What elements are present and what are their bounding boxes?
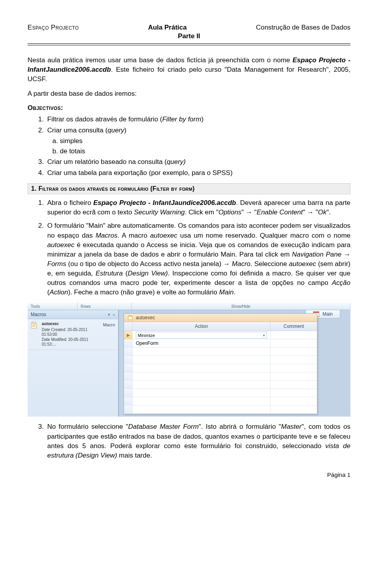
nav-pane-header[interactable]: Macros ▾ «: [28, 310, 118, 319]
row-selector[interactable]: [124, 339, 133, 347]
row-selector-icon[interactable]: ▶: [124, 331, 133, 339]
step-2-em6: Macro: [232, 260, 250, 268]
comment-cell-2[interactable]: [271, 339, 317, 347]
grid-corner[interactable]: [124, 322, 133, 331]
step-1-e: " → ": [303, 208, 318, 216]
step-2-em4: Navigation Pane: [292, 251, 341, 258]
macro-row-empty[interactable]: [124, 381, 317, 389]
objective-1-b: ): [201, 115, 204, 123]
step-2-em3: autoexec: [47, 241, 74, 249]
step-2-em12: Main: [219, 288, 234, 296]
objective-2b: de totais: [60, 146, 350, 156]
macro-row-empty[interactable]: [124, 364, 317, 372]
step-2-e: →: [341, 251, 350, 258]
step-2-em11: Action: [50, 288, 68, 296]
objective-2-b: ): [124, 127, 127, 134]
step-2-l: ). Feche a macro (não grave) e volte ao …: [68, 288, 219, 296]
mdi-area: Main autoexec Action: [119, 310, 350, 417]
objective-3-a: Criar um relatório baseado na consulta (: [47, 158, 167, 166]
macro-row-empty[interactable]: [124, 356, 317, 364]
action-cell-1[interactable]: Minimize ▾: [133, 331, 271, 339]
macro-row-empty[interactable]: [124, 372, 317, 381]
macro-design-window[interactable]: autoexec Action Comment ▶ Minimize ▾: [124, 313, 317, 414]
objective-4: Criar uma tabela para exportação (por ex…: [46, 168, 350, 178]
action-cell-2[interactable]: OpenForm: [133, 339, 271, 347]
step-2-em9: Design View): [128, 270, 168, 277]
header-center-line1: Aula Prática: [148, 24, 187, 32]
nav-item-date-modified: Date Modified: 20-05-2011 01:53:...: [42, 337, 100, 347]
step-2-em10: Acção: [332, 279, 350, 287]
nav-item-title: autoexec: [42, 322, 100, 327]
intro-p1-a: Nesta aula prática iremos usar uma base …: [28, 56, 293, 64]
step-1-em3: Options: [219, 208, 242, 216]
step-2-m: .: [233, 288, 235, 296]
macro-design-tab-label: autoexec: [136, 315, 155, 320]
macro-row-1[interactable]: ▶ Minimize ▾: [124, 331, 317, 339]
step-2-em5: Forms: [47, 260, 66, 268]
macro-row-empty[interactable]: [124, 348, 317, 356]
step-1-em5: Ok: [318, 208, 327, 216]
macro-row-2[interactable]: OpenForm: [124, 339, 317, 348]
step-3-a: No formulário seleccione ": [47, 423, 128, 430]
macro-grid-header: Action Comment: [124, 322, 317, 331]
macro-row-empty[interactable]: [124, 397, 317, 406]
objective-2-a: Criar uma consulta (: [47, 127, 107, 134]
nav-item-type: Macro: [103, 322, 115, 327]
step-1-c: . Click em ": [185, 208, 218, 216]
ribbon-group-labels: Tools Rows Show/Hide: [28, 303, 350, 310]
step-1-em2: Security Warning: [134, 208, 185, 216]
step-2: O formulário "Main" abre automaticamente…: [46, 221, 350, 297]
macro-row-empty[interactable]: [124, 406, 317, 414]
step-2-em8: Estrutura: [96, 270, 123, 277]
navigation-pane[interactable]: Macros ▾ « autoexec Date Created: 20-05-…: [28, 310, 119, 417]
step-1-em4: Enable Content: [257, 208, 303, 216]
step-3-em2: Master: [281, 423, 302, 430]
step-2-i: (: [123, 270, 128, 277]
objective-2: Criar uma consulta (query) simples de to…: [46, 125, 350, 156]
comment-cell-1[interactable]: [271, 331, 317, 339]
objective-3: Criar um relatório baseado na consulta (…: [46, 157, 350, 167]
combo-caret-icon[interactable]: ▾: [263, 333, 265, 337]
step-1-f: ".: [326, 208, 331, 216]
header-left: Espaço Projecto: [28, 24, 79, 32]
step-2-em2: autoexec: [150, 232, 177, 239]
step-1-d: " → ": [241, 208, 257, 216]
page-number: Página 1: [28, 471, 350, 478]
action-combo-1[interactable]: Minimize ▾: [136, 332, 267, 339]
action-value-1: Minimize: [138, 333, 155, 338]
step-2-g: . Seleccione: [250, 260, 289, 268]
header-center-line2: Parte II: [28, 32, 350, 40]
col-action[interactable]: Action: [133, 322, 271, 331]
macro-icon: [31, 322, 39, 329]
objective-1-em: Filter by form: [162, 115, 201, 123]
chevron-down-icon[interactable]: ▾ «: [108, 312, 115, 317]
step-2-em1: Macros: [96, 232, 118, 239]
objectives-list: Filtrar os dados através de formulário (…: [28, 114, 350, 178]
macro-design-tab[interactable]: autoexec: [124, 314, 317, 322]
step-2-f: (ou o tipo de objecto do Access activo n…: [66, 260, 232, 268]
objectives-heading: Objectivos:: [28, 104, 350, 112]
header-right: Construção de Bases de Dados: [256, 24, 350, 32]
macro-row-empty[interactable]: [124, 389, 317, 397]
step-1-a: Abra o ficheiro: [47, 199, 93, 207]
step-1: Abra o ficheiro Espaço Projecto - Infant…: [46, 198, 350, 217]
col-comment[interactable]: Comment: [271, 322, 317, 331]
ribbon-label-tools: Tools: [28, 303, 78, 310]
intro-p2: A partir desta base de dados iremos:: [28, 89, 350, 99]
step-2-c: usa um nome reservado. Qualquer macro co…: [177, 232, 350, 239]
nav-item-autoexec[interactable]: autoexec Date Created: 20-05-2011 01:53:…: [28, 319, 118, 350]
access-screenshot: Tools Rows Show/Hide Macros ▾ «: [28, 303, 350, 417]
macro-small-icon: [128, 315, 133, 320]
steps-list: Abra o ficheiro Espaço Projecto - Infant…: [28, 198, 350, 297]
steps-list-cont: No formulário seleccione "Database Maste…: [28, 422, 350, 460]
section-title-bar: 1. Filtrar os dados através de formulári…: [28, 183, 350, 194]
header-rule: [28, 43, 350, 45]
step-3-em1: Database Master Form: [128, 423, 199, 430]
doc-header: Espaço Projecto Aula Prática Construção …: [28, 24, 350, 32]
step-3: No formulário seleccione "Database Maste…: [46, 422, 350, 460]
step-3-b: ". Isto abrirá o formulário ": [199, 423, 281, 430]
step-2-em7: autoexec: [289, 260, 316, 268]
action-value-2: OpenForm: [136, 341, 158, 346]
objective-3-em: query): [167, 158, 185, 166]
svg-rect-1: [128, 316, 133, 320]
